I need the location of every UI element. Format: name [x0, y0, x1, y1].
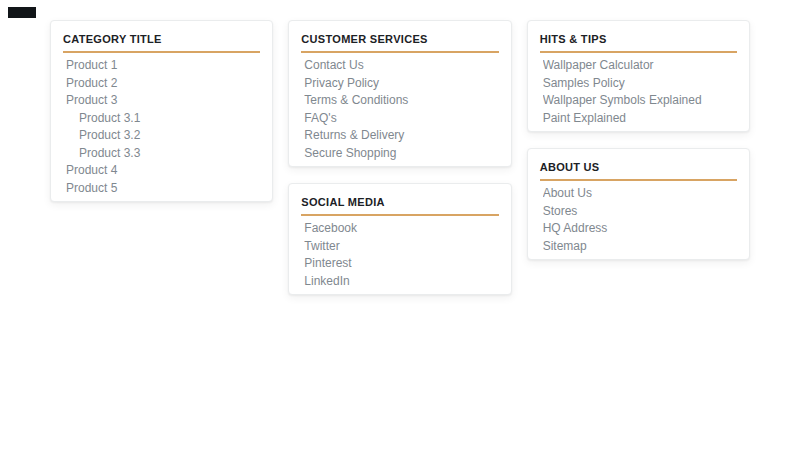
title-underline [540, 51, 737, 53]
link-terms-conditions[interactable]: Terms & Conditions [304, 92, 498, 110]
link-secure-shopping[interactable]: Secure Shopping [304, 145, 498, 163]
column-3: HITS & TIPS Wallpaper Calculator Samples… [527, 20, 750, 260]
list-item: Wallpaper Symbols Explained [543, 92, 737, 110]
panel-social-media: SOCIAL MEDIA Facebook Twitter Pinterest … [288, 183, 511, 295]
list-item-sub: Product 3.3 [66, 145, 260, 163]
link-contact-us[interactable]: Contact Us [304, 57, 498, 75]
list-item: Facebook [304, 220, 498, 238]
link-privacy-policy[interactable]: Privacy Policy [304, 75, 498, 93]
list-item: Product 1 [66, 57, 260, 75]
link-twitter[interactable]: Twitter [304, 238, 498, 256]
panel-social-media-title: SOCIAL MEDIA [301, 196, 498, 209]
panel-category-title: CATEGORY TITLE [63, 33, 260, 46]
list-item: Samples Policy [543, 75, 737, 93]
link-product-1[interactable]: Product 1 [66, 57, 260, 75]
link-product-3-3[interactable]: Product 3.3 [66, 145, 260, 163]
category-link-list: Product 1 Product 2 Product 3 Product 3.… [63, 57, 260, 197]
panel-customer-services: CUSTOMER SERVICES Contact Us Privacy Pol… [288, 20, 511, 167]
list-item: Stores [543, 203, 737, 221]
list-item: Privacy Policy [304, 75, 498, 93]
list-item-sub: Product 3.2 [66, 127, 260, 145]
list-item: LinkedIn [304, 273, 498, 291]
link-samples-policy[interactable]: Samples Policy [543, 75, 737, 93]
panel-customer-services-title: CUSTOMER SERVICES [301, 33, 498, 46]
list-item: Pinterest [304, 255, 498, 273]
list-item: Product 4 [66, 162, 260, 180]
list-item: About Us [543, 185, 737, 203]
link-product-3[interactable]: Product 3 [66, 92, 260, 110]
hits-tips-link-list: Wallpaper Calculator Samples Policy Wall… [540, 57, 737, 127]
link-sitemap[interactable]: Sitemap [543, 238, 737, 256]
list-item-sub: Product 3.1 [66, 110, 260, 128]
panel-about-us-title: ABOUT US [540, 161, 737, 174]
link-linkedin[interactable]: LinkedIn [304, 273, 498, 291]
link-hq-address[interactable]: HQ Address [543, 220, 737, 238]
link-faqs[interactable]: FAQ's [304, 110, 498, 128]
list-item: Product 2 [66, 75, 260, 93]
panel-hits-tips-title: HITS & TIPS [540, 33, 737, 46]
column-2: CUSTOMER SERVICES Contact Us Privacy Pol… [288, 20, 511, 295]
list-item: Returns & Delivery [304, 127, 498, 145]
social-media-link-list: Facebook Twitter Pinterest LinkedIn [301, 220, 498, 290]
list-item: Paint Explained [543, 110, 737, 128]
list-item: Wallpaper Calculator [543, 57, 737, 75]
top-left-dark-bar [8, 7, 36, 18]
list-item: HQ Address [543, 220, 737, 238]
list-item: Contact Us [304, 57, 498, 75]
link-stores[interactable]: Stores [543, 203, 737, 221]
panel-about-us: ABOUT US About Us Stores HQ Address Site… [527, 148, 750, 260]
title-underline [540, 179, 737, 181]
panel-hits-tips: HITS & TIPS Wallpaper Calculator Samples… [527, 20, 750, 132]
list-item: Terms & Conditions [304, 92, 498, 110]
panel-category: CATEGORY TITLE Product 1 Product 2 Produ… [50, 20, 273, 202]
link-about-us[interactable]: About Us [543, 185, 737, 203]
list-item: Sitemap [543, 238, 737, 256]
link-product-4[interactable]: Product 4 [66, 162, 260, 180]
list-item: FAQ's [304, 110, 498, 128]
list-item: Product 5 [66, 180, 260, 198]
link-wallpaper-symbols-explained[interactable]: Wallpaper Symbols Explained [543, 92, 737, 110]
link-pinterest[interactable]: Pinterest [304, 255, 498, 273]
title-underline [63, 51, 260, 53]
column-1: CATEGORY TITLE Product 1 Product 2 Produ… [50, 20, 273, 202]
link-returns-delivery[interactable]: Returns & Delivery [304, 127, 498, 145]
list-item: Secure Shopping [304, 145, 498, 163]
about-us-link-list: About Us Stores HQ Address Sitemap [540, 185, 737, 255]
link-product-3-1[interactable]: Product 3.1 [66, 110, 260, 128]
link-product-3-2[interactable]: Product 3.2 [66, 127, 260, 145]
link-product-2[interactable]: Product 2 [66, 75, 260, 93]
title-underline [301, 51, 498, 53]
link-product-5[interactable]: Product 5 [66, 180, 260, 198]
footer-link-columns: CATEGORY TITLE Product 1 Product 2 Produ… [50, 20, 750, 295]
list-item: Product 3 [66, 92, 260, 110]
link-facebook[interactable]: Facebook [304, 220, 498, 238]
page-canvas: CATEGORY TITLE Product 1 Product 2 Produ… [0, 0, 800, 450]
link-paint-explained[interactable]: Paint Explained [543, 110, 737, 128]
title-underline [301, 214, 498, 216]
link-wallpaper-calculator[interactable]: Wallpaper Calculator [543, 57, 737, 75]
customer-services-link-list: Contact Us Privacy Policy Terms & Condit… [301, 57, 498, 162]
list-item: Twitter [304, 238, 498, 256]
